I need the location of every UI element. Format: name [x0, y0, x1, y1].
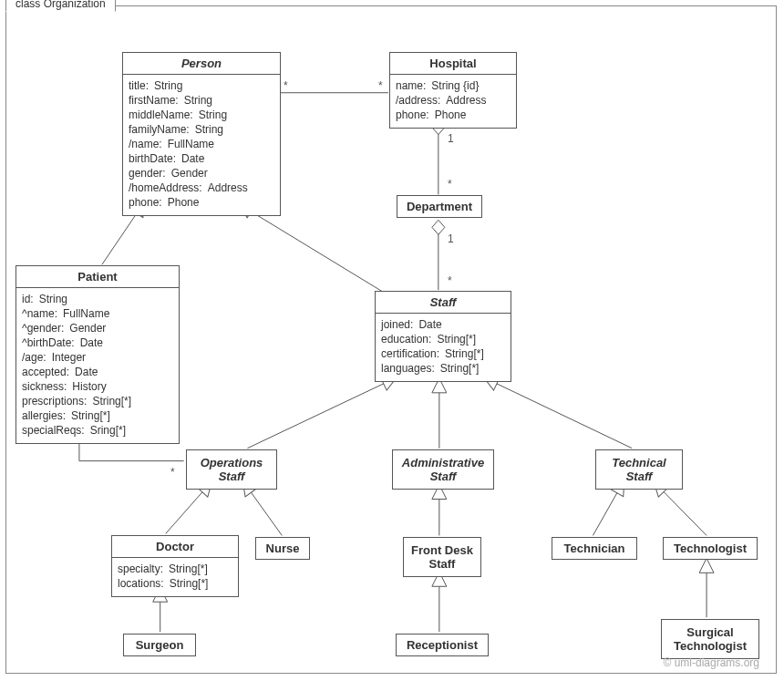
- frame-label: class Organization: [5, 0, 116, 12]
- class-attrs: specialty:String[*] locations:String[*]: [112, 558, 238, 596]
- class-title: Hospital: [390, 53, 516, 75]
- mult-ops-side: *: [170, 466, 175, 479]
- class-title: Technician: [552, 538, 636, 559]
- svg-line-5: [102, 208, 140, 264]
- gen-receptionist-frontdesk: [432, 572, 447, 632]
- class-title: Staff: [376, 292, 511, 314]
- class-title: Patient: [16, 266, 179, 288]
- gen-surgtech-technologist: [699, 558, 714, 617]
- diagram-frame: class Organization: [5, 5, 777, 674]
- class-title: Surgeon: [124, 635, 195, 655]
- agg-hospital-department: [432, 120, 445, 195]
- mult-hosp-many: *: [448, 178, 452, 191]
- class-title: Technical Staff: [596, 450, 682, 489]
- class-surgtech: Surgical Technologist: [661, 619, 759, 659]
- class-attrs: name:String {id} /address:Address phone:…: [390, 75, 516, 128]
- class-title: Operations Staff: [187, 450, 276, 489]
- class-staff: Staff joined:Date education:String[*] ce…: [375, 291, 511, 382]
- mult-dept-many: *: [448, 274, 452, 287]
- class-attrs: joined:Date education:String[*] certific…: [376, 314, 511, 381]
- svg-line-15: [593, 488, 620, 536]
- class-technologist: Technologist: [663, 537, 758, 560]
- class-person: Person title:String firstName:String mid…: [122, 52, 281, 216]
- gen-opstaff-staff: [247, 371, 399, 449]
- svg-line-7: [247, 381, 389, 449]
- svg-line-9: [491, 381, 633, 449]
- class-receptionist: Receptionist: [396, 634, 489, 656]
- class-nurse: Nurse: [255, 537, 310, 560]
- frame-title: class Organization: [15, 0, 106, 10]
- class-techstaff: Technical Staff: [595, 449, 683, 490]
- class-patient: Patient id:String ^name:FullName ^gender…: [15, 265, 180, 444]
- svg-line-11: [247, 488, 282, 536]
- mult-dept-one: 1: [448, 232, 454, 245]
- mult-hosp-one: 1: [448, 132, 454, 145]
- gen-techstaff-staff: [480, 371, 632, 449]
- class-adminstaff: Administrative Staff: [392, 449, 494, 490]
- class-title: Administrative Staff: [393, 450, 493, 489]
- class-surgeon: Surgeon: [123, 634, 196, 656]
- agg-department-staff: [432, 220, 445, 290]
- class-title: Front Desk Staff: [404, 538, 480, 576]
- class-title: Department: [397, 196, 481, 217]
- class-frontdesk: Front Desk Staff: [403, 537, 481, 577]
- class-title: Surgical Technologist: [662, 620, 758, 658]
- class-doctor: Doctor specialty:String[*] locations:Str…: [111, 535, 239, 597]
- class-title: Doctor: [112, 536, 238, 558]
- class-title: Nurse: [256, 538, 309, 559]
- class-hospital: Hospital name:String {id} /address:Addre…: [389, 52, 517, 129]
- class-opstaff: Operations Staff: [186, 449, 277, 490]
- class-title: Technologist: [664, 538, 757, 559]
- class-department: Department: [397, 195, 482, 218]
- class-title: Person: [123, 53, 280, 75]
- class-attrs: title:String firstName:String middleName…: [123, 75, 280, 215]
- mult-hospital-side: *: [378, 79, 383, 92]
- class-attrs: id:String ^name:FullName ^gender:Gender …: [16, 288, 179, 443]
- gen-frontdesk-adminstaff: [432, 485, 447, 536]
- svg-line-6: [245, 208, 383, 292]
- diagram-canvas: class Organization: [0, 0, 784, 681]
- watermark: © uml-diagrams.org: [663, 656, 759, 669]
- class-technician: Technician: [552, 537, 637, 560]
- svg-line-16: [659, 488, 707, 536]
- svg-line-10: [166, 488, 207, 534]
- mult-person-side: *: [284, 79, 288, 92]
- gen-adminstaff-staff: [432, 378, 447, 449]
- class-title: Receptionist: [397, 635, 488, 655]
